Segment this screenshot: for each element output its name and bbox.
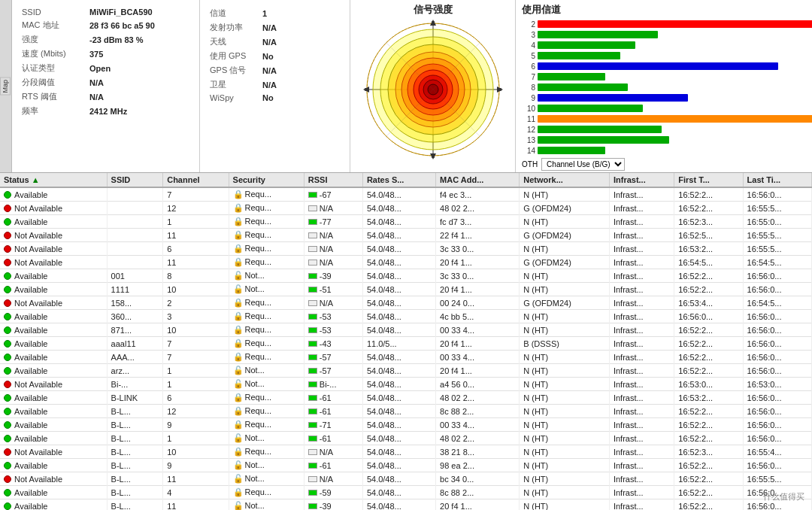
mac-cell: 20 f4 1...: [436, 499, 520, 511]
column-header[interactable]: RSSI: [304, 173, 362, 187]
rates-cell: 54.0/48...: [362, 351, 435, 364]
first-time-cell: 16:52:2...: [674, 364, 743, 378]
table-row[interactable]: Not Available 6 🔒Requ... N/A 54.0/48... …: [0, 242, 812, 256]
table-row[interactable]: Available B-L... 11 🔓Not... -39 54.0/48.…: [0, 499, 812, 511]
security-cell: 🔓Not...: [229, 499, 304, 511]
first-time-cell: 16:52:5...: [674, 229, 743, 242]
mac-cell: 8c 88 2...: [436, 486, 520, 499]
channel-dropdown[interactable]: Channel Use (B/G): [541, 158, 625, 171]
channel-num: 7: [522, 73, 535, 81]
table-row[interactable]: Available 001 8 🔓Not... -39 54.0/48... 3…: [0, 269, 812, 283]
table-row[interactable]: Available 871... 10 🔒Requ... -53 54.0/48…: [0, 323, 812, 337]
status-text: Available: [14, 217, 47, 226]
status-cell: Available: [0, 405, 107, 418]
channel-cell: 7: [163, 351, 229, 364]
table-row[interactable]: Not Available 11 🔒Requ... N/A 54.0/48...…: [0, 256, 812, 269]
network-cell: N (HT): [520, 486, 610, 499]
table-row[interactable]: Available B-L... 9 🔒Requ... -71 54.0/48.…: [0, 418, 812, 432]
infra-cell: Infrast...: [609, 486, 674, 499]
info-mid-row: 信道1: [208, 6, 342, 20]
mac-cell: 48 02 2...: [436, 432, 520, 445]
rates-cell: 54.0/48...: [362, 405, 435, 418]
rates-cell: 54.0/48...: [362, 472, 435, 486]
status-text: Available: [14, 420, 47, 430]
table-row[interactable]: Available 1 🔒Requ... -77 54.0/48... fc d…: [0, 215, 812, 229]
channel-num: 9: [522, 94, 535, 102]
column-header[interactable]: MAC Add...: [436, 173, 520, 187]
table-row[interactable]: Available B-L... 4 🔒Requ... -59 54.0/48.…: [0, 486, 812, 499]
column-header[interactable]: SSID: [107, 173, 163, 187]
mac-cell: 38 21 8...: [436, 445, 520, 459]
column-header[interactable]: First T...: [674, 173, 743, 187]
table-row[interactable]: Available 1111 10 🔓Not... -51 54.0/48...…: [0, 283, 812, 296]
status-text: Available: [14, 353, 47, 362]
table-row[interactable]: Available B-L... 1 🔓Not... -61 54.0/48..…: [0, 432, 812, 445]
column-header[interactable]: Status ▲: [0, 173, 107, 187]
table-row[interactable]: Available B-L... 9 🔓Not... -61 54.0/48..…: [0, 459, 812, 472]
status-dot: [4, 367, 11, 375]
last-time-cell: 16:53:0...: [743, 378, 811, 391]
oth-label: OTH: [522, 160, 538, 168]
info-mid-row: 天线N/A: [208, 35, 342, 49]
table-row[interactable]: Available aaal11 7 🔒Requ... -43 11.0/5..…: [0, 337, 812, 351]
rates-cell: 54.0/48...: [362, 445, 435, 459]
column-header[interactable]: Rates S...: [362, 173, 435, 187]
ssid-cell: 1111: [107, 283, 163, 296]
table-row[interactable]: Available B-L... 12 🔒Requ... -61 54.0/48…: [0, 405, 812, 418]
status-dot: [4, 259, 11, 266]
table-row[interactable]: Not Available 11 🔒Requ... N/A 54.0/48...…: [0, 229, 812, 242]
status-cell: Available: [0, 459, 107, 472]
rssi-cell: N/A: [304, 229, 362, 242]
channel-row: 4: [522, 40, 812, 50]
column-header[interactable]: Channel: [163, 173, 229, 187]
status-text: Available: [14, 339, 47, 348]
column-header[interactable]: Last Ti...: [743, 173, 811, 187]
status-cell: Available: [0, 364, 107, 378]
status-text: Not Available: [14, 258, 62, 267]
last-time-cell: 16:54:5...: [743, 296, 811, 310]
table-row[interactable]: Available AAA... 7 🔒Requ... -57 54.0/48.…: [0, 351, 812, 364]
security-cell: 🔒Requ...: [229, 351, 304, 364]
info-mid-value: N/A: [260, 77, 342, 92]
table-row[interactable]: Available 360... 3 🔒Requ... -53 54.0/48.…: [0, 310, 812, 323]
rssi-indicator: [308, 205, 317, 211]
channel-num: 6: [522, 62, 535, 71]
channel-num: 4: [522, 41, 535, 50]
nav-tab-map[interactable]: Map: [0, 77, 11, 96]
column-header[interactable]: Infrast...: [609, 173, 674, 187]
table-row[interactable]: Not Available B-L... 10 🔒Requ... N/A 54.…: [0, 445, 812, 459]
first-time-cell: 16:52:2...: [674, 283, 743, 296]
status-text: Available: [14, 366, 47, 375]
table-row[interactable]: Not Available 158... 2 🔒Requ... N/A 54.0…: [0, 296, 812, 310]
table-row[interactable]: Not Available Bi-... 1 🔓Not... Bi-... 54…: [0, 378, 812, 391]
table-panel[interactable]: Status ▲SSIDChannelSecurityRSSIRates S..…: [0, 173, 812, 510]
channel-bar: [538, 115, 812, 123]
table-row[interactable]: Available 7 🔒Requ... -67 54.0/48... f4 e…: [0, 187, 812, 202]
rssi-indicator: [308, 463, 317, 469]
status-text: Available: [14, 393, 47, 402]
status-dot: [4, 354, 11, 361]
ssid-cell: B-L...: [107, 472, 163, 486]
channel-cell: 12: [163, 202, 229, 215]
column-header[interactable]: Network...: [520, 173, 610, 187]
mac-cell: 00 33 4...: [436, 351, 520, 364]
table-row[interactable]: Not Available B-L... 11 🔓Not... N/A 54.0…: [0, 472, 812, 486]
status-text: Not Available: [14, 475, 62, 484]
status-dot: [4, 205, 11, 212]
rssi-indicator: [308, 490, 317, 496]
lock-icon: 🔓: [233, 474, 244, 483]
security-cell: 🔒Requ...: [229, 391, 304, 405]
channel-cell: 10: [163, 323, 229, 337]
first-time-cell: 16:52:3...: [674, 215, 743, 229]
rssi-indicator: [308, 408, 317, 414]
status-dot: [4, 272, 11, 280]
table-row[interactable]: Available arz... 1 🔓Not... -57 54.0/48..…: [0, 364, 812, 378]
status-text: Not Available: [14, 448, 62, 457]
status-dot: [4, 381, 11, 388]
table-row[interactable]: Available B-LINK 6 🔒Requ... -61 54.0/48.…: [0, 391, 812, 405]
table-row[interactable]: Not Available 12 🔒Requ... N/A 54.0/48...…: [0, 202, 812, 215]
rates-cell: 54.0/48...: [362, 499, 435, 511]
ssid-cell: AAA...: [107, 351, 163, 364]
column-header[interactable]: Security: [229, 173, 304, 187]
network-cell: N (HT): [520, 499, 610, 511]
